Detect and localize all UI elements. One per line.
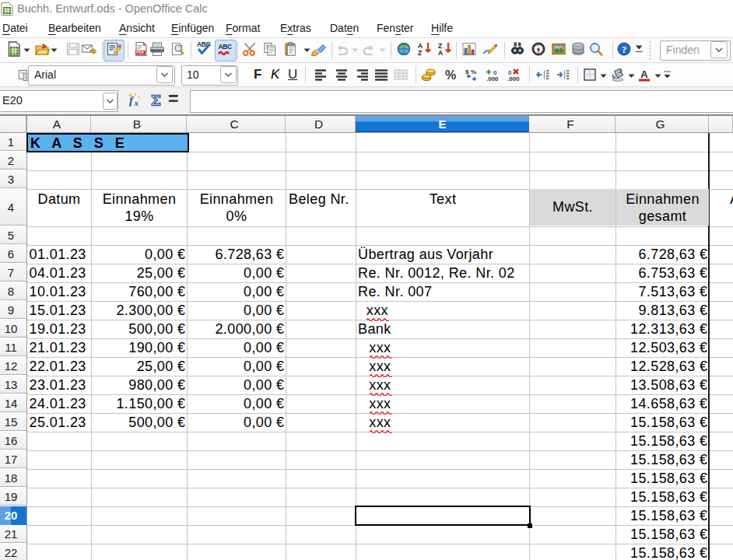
svg-text:PDF: PDF (136, 50, 145, 54)
svg-text:Z: Z (438, 42, 442, 50)
svg-text:Z: Z (418, 49, 422, 57)
svg-text:%: % (471, 68, 476, 75)
svg-text:%: % (445, 68, 456, 82)
svg-text:.000: .000 (486, 75, 499, 82)
svg-text:.000: .000 (507, 75, 520, 82)
svg-text:A: A (418, 42, 423, 50)
svg-text:A: A (438, 49, 443, 57)
svg-text:x: x (134, 98, 139, 107)
svg-text:ABC: ABC (219, 43, 232, 51)
svg-text:?: ? (622, 44, 626, 55)
svg-text:A: A (640, 68, 648, 80)
